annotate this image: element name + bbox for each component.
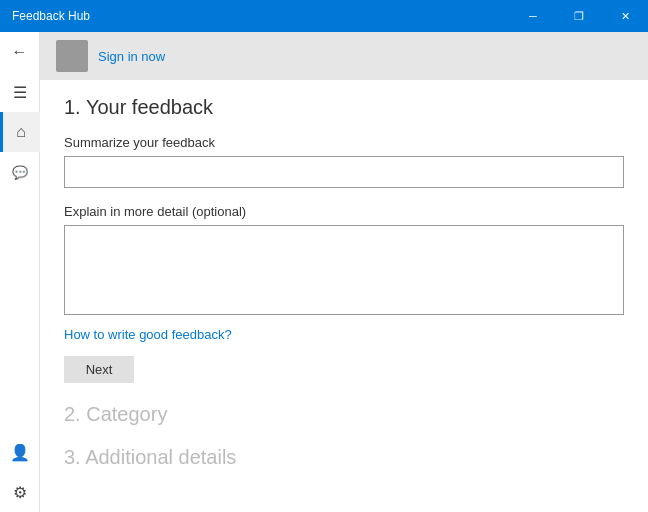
next-button[interactable]: Next — [64, 356, 134, 383]
additional-section: 3. Additional details — [64, 446, 624, 469]
home-icon: ⌂ — [16, 123, 26, 141]
title-bar: Feedback Hub ─ ❐ ✕ — [0, 0, 648, 32]
feedback-section: 1. Your feedback Summarize your feedback… — [64, 96, 624, 383]
content-area: 1. Your feedback Summarize your feedback… — [40, 80, 648, 505]
detail-input[interactable] — [64, 225, 624, 315]
restore-icon: ❐ — [574, 10, 584, 23]
minimize-icon: ─ — [529, 10, 537, 22]
additional-section-title: 3. Additional details — [64, 446, 624, 469]
summarize-input[interactable] — [64, 156, 624, 188]
sidebar: ← ☰ ⌂ 💬 👤 ⚙ — [0, 32, 40, 512]
category-section: 2. Category — [64, 403, 624, 426]
detail-label: Explain in more detail (optional) — [64, 204, 624, 219]
main-content: Sign in now 1. Your feedback Summarize y… — [40, 32, 648, 512]
feedback-button[interactable]: 💬 — [0, 152, 40, 192]
menu-icon: ☰ — [13, 83, 27, 102]
summarize-label: Summarize your feedback — [64, 135, 624, 150]
close-icon: ✕ — [621, 10, 630, 23]
settings-icon: ⚙ — [13, 483, 27, 502]
account-icon: 👤 — [10, 443, 30, 462]
app-title: Feedback Hub — [12, 9, 90, 23]
account-button[interactable]: 👤 — [0, 432, 40, 472]
close-button[interactable]: ✕ — [602, 0, 648, 32]
restore-button[interactable]: ❐ — [556, 0, 602, 32]
back-button[interactable]: ← — [0, 32, 40, 72]
avatar — [56, 40, 88, 72]
category-section-title: 2. Category — [64, 403, 624, 426]
feedback-icon: 💬 — [12, 165, 28, 180]
app-body: ← ☰ ⌂ 💬 👤 ⚙ Sign in now — [0, 32, 648, 512]
signin-bar: Sign in now — [40, 32, 648, 80]
signin-link[interactable]: Sign in now — [98, 49, 165, 64]
minimize-button[interactable]: ─ — [510, 0, 556, 32]
menu-button[interactable]: ☰ — [0, 72, 40, 112]
help-link[interactable]: How to write good feedback? — [64, 327, 232, 342]
home-button[interactable]: ⌂ — [0, 112, 40, 152]
feedback-section-title: 1. Your feedback — [64, 96, 624, 119]
settings-button[interactable]: ⚙ — [0, 472, 40, 512]
back-icon: ← — [12, 43, 28, 61]
